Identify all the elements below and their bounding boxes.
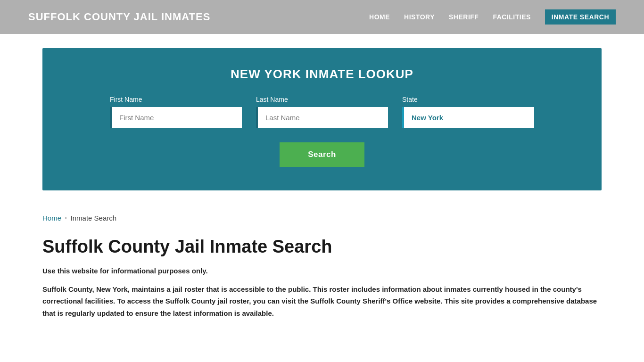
nav-inmate-search[interactable]: INMATE SEARCH: [545, 9, 616, 25]
search-title: NEW YORK INMATE LOOKUP: [71, 67, 573, 82]
nav-sheriff[interactable]: SHERIFF: [449, 13, 479, 21]
search-section: NEW YORK INMATE LOOKUP First Name Last N…: [42, 48, 602, 190]
info-paragraph: Suffolk County, New York, maintains a ja…: [42, 283, 602, 320]
nav-facilities[interactable]: FACILITIES: [493, 13, 530, 21]
state-group: State: [402, 96, 534, 128]
state-input[interactable]: [402, 107, 534, 128]
page-heading: Suffolk County Jail Inmate Search: [42, 236, 602, 258]
main-nav: HOME HISTORY SHERIFF FACILITIES INMATE S…: [369, 9, 616, 25]
last-name-input[interactable]: [256, 107, 388, 128]
breadcrumb: Home • Inmate Search: [0, 205, 644, 227]
site-header: SUFFOLK COUNTY JAIL INMATES HOME HISTORY…: [0, 0, 644, 34]
info-disclaimer: Use this website for informational purpo…: [42, 265, 602, 277]
state-label: State: [402, 96, 534, 103]
breadcrumb-current: Inmate Search: [71, 214, 117, 222]
site-title: SUFFOLK COUNTY JAIL INMATES: [28, 11, 210, 23]
breadcrumb-separator: •: [65, 215, 67, 221]
main-content: Suffolk County Jail Inmate Search Use th…: [0, 227, 644, 345]
search-btn-container: Search: [71, 142, 573, 167]
first-name-label: First Name: [110, 96, 242, 103]
last-name-label: Last Name: [256, 96, 388, 103]
search-fields: First Name Last Name State: [71, 96, 573, 128]
breadcrumb-home[interactable]: Home: [42, 214, 61, 222]
search-button[interactable]: Search: [280, 142, 364, 167]
nav-home[interactable]: HOME: [369, 13, 390, 21]
last-name-group: Last Name: [256, 96, 388, 128]
first-name-group: First Name: [110, 96, 242, 128]
first-name-input[interactable]: [110, 107, 242, 128]
nav-history[interactable]: HISTORY: [404, 13, 435, 21]
